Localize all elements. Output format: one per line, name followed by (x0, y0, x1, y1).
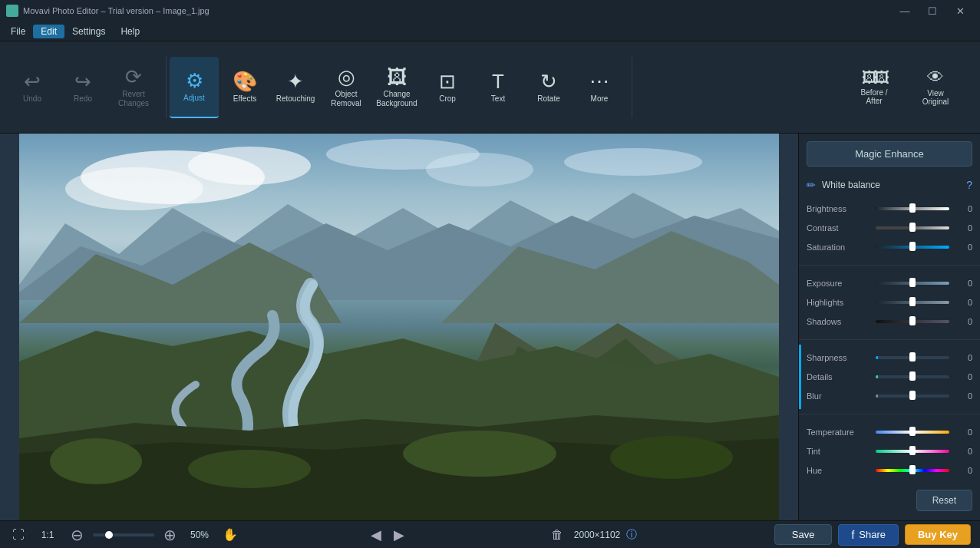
fit-to-screen-button[interactable]: ⛶ (9, 527, 28, 543)
prev-image-button[interactable]: ◀ (366, 525, 386, 545)
hue-label: Hue (807, 466, 876, 475)
close-button[interactable]: ✕ (946, 0, 974, 21)
more-label: More (591, 94, 609, 104)
shadows-value: 0 (954, 317, 972, 326)
effects-icon: 🎨 (233, 71, 257, 91)
window-controls: — ☐ ✕ (891, 0, 974, 21)
details-row: Details 0 (807, 368, 972, 386)
view-original-icon: 👁 (927, 69, 944, 86)
crop-button[interactable]: ⊡ Crop (423, 57, 472, 118)
white-balance-row: ✏ White balance ? (799, 174, 980, 196)
revert-icon: ⟳ (125, 67, 142, 87)
white-balance-help-button[interactable]: ? (966, 179, 972, 191)
contrast-slider[interactable] (876, 226, 949, 230)
zoom-in-button[interactable]: ⊕ (160, 524, 180, 546)
shadows-label: Shadows (807, 317, 876, 326)
hue-value: 0 (954, 466, 972, 475)
status-mid: ◀ ▶ (366, 525, 409, 545)
contrast-label: Contrast (807, 223, 876, 233)
svg-point-18 (403, 431, 556, 477)
facebook-icon: f (851, 529, 854, 541)
canvas-area[interactable] (0, 134, 798, 520)
share-button[interactable]: f Share (838, 524, 899, 546)
more-button[interactable]: ⋯ More (575, 57, 624, 118)
toolbar-history-group: ↩ Undo ↪ Redo ⟳ RevertChanges (8, 57, 167, 118)
zoom-out-button[interactable]: ⊖ (68, 524, 87, 546)
brightness-slider[interactable] (876, 206, 949, 211)
retouching-button[interactable]: ✦ Retouching (271, 57, 320, 118)
brightness-value: 0 (954, 204, 972, 213)
shadows-row: Shadows 0 (807, 312, 972, 331)
menu-file[interactable]: File (3, 25, 33, 38)
shadows-slider[interactable] (876, 319, 949, 324)
tint-label: Tint (807, 447, 876, 456)
effects-button[interactable]: 🎨 Effects (220, 57, 269, 118)
white-balance-icon: ✏ (807, 179, 816, 191)
highlights-label: Highlights (807, 298, 876, 307)
toolbar: ↩ Undo ↪ Redo ⟳ RevertChanges ⚙ Adjust 🎨… (0, 41, 980, 134)
brightness-label: Brightness (807, 204, 876, 213)
svg-point-5 (426, 153, 533, 187)
blur-value: 0 (954, 391, 972, 401)
maximize-button[interactable]: ☐ (919, 0, 946, 21)
before-after-label: Before /After (860, 88, 887, 105)
effects-label: Effects (233, 94, 256, 104)
adjust-label: Adjust (183, 94, 205, 103)
sharpness-row: Sharpness 0 (807, 348, 972, 367)
delete-image-button[interactable]: 🗑 (546, 527, 568, 543)
next-image-button[interactable]: ▶ (389, 525, 409, 545)
save-button[interactable]: Save (774, 524, 833, 545)
white-balance-label: White balance (822, 180, 960, 190)
text-button[interactable]: T Text (474, 57, 523, 118)
hue-slider[interactable] (876, 468, 949, 473)
photo-content (19, 134, 779, 520)
svg-point-16 (50, 438, 142, 484)
svg-point-6 (564, 148, 702, 176)
adjust-icon: ⚙ (186, 71, 203, 91)
blur-row: Blur 0 (807, 387, 972, 405)
magic-enhance-button[interactable]: Magic Enhance (807, 141, 972, 167)
menu-settings[interactable]: Settings (64, 25, 113, 38)
menu-help[interactable]: Help (113, 25, 147, 38)
sharpness-slider[interactable] (876, 355, 949, 360)
blur-slider[interactable] (876, 394, 949, 398)
change-bg-label: ChangeBackground (376, 90, 417, 108)
color-section: Temperature 0 Tint 0 Hue (799, 419, 980, 484)
revert-button[interactable]: ⟳ RevertChanges (109, 57, 158, 118)
exposure-slider[interactable] (876, 281, 949, 286)
view-original-button[interactable]: 👁 ViewOriginal (906, 57, 965, 118)
blur-label: Blur (807, 391, 876, 401)
tint-row: Tint 0 (807, 442, 972, 461)
photo-canvas (19, 134, 779, 520)
object-removal-label: ObjectRemoval (331, 90, 361, 108)
temperature-slider[interactable] (876, 430, 949, 434)
exposure-value: 0 (954, 279, 972, 288)
text-icon: T (492, 71, 504, 91)
menu-edit[interactable]: Edit (33, 25, 64, 38)
details-slider[interactable] (876, 375, 949, 379)
rotate-button[interactable]: ↻ Rotate (524, 57, 573, 118)
temperature-value: 0 (954, 428, 972, 437)
adjust-button[interactable]: ⚙ Adjust (170, 57, 219, 118)
sharpness-value: 0 (954, 353, 972, 362)
minimize-button[interactable]: — (891, 0, 919, 21)
redo-button[interactable]: ↪ Redo (58, 57, 107, 118)
highlights-slider[interactable] (876, 300, 949, 305)
menu-bar: File Edit Settings Help (0, 21, 980, 41)
reset-button[interactable]: Reset (916, 490, 972, 511)
zoom-slider[interactable] (93, 533, 154, 536)
change-background-button[interactable]: 🖼 ChangeBackground (372, 57, 421, 118)
undo-button[interactable]: ↩ Undo (8, 57, 57, 118)
before-after-button[interactable]: 🖼🖼 Before /After (845, 57, 903, 118)
temperature-row: Temperature 0 (807, 423, 972, 441)
object-removal-icon: ◎ (338, 67, 355, 87)
tint-slider[interactable] (876, 449, 949, 454)
pan-button[interactable]: ✋ (219, 526, 241, 543)
zoom-slider-thumb[interactable] (105, 531, 113, 539)
info-icon[interactable]: ⓘ (626, 528, 637, 542)
brightness-contrast-sat-section: Brightness 0 Contrast 0 (799, 196, 980, 260)
object-removal-button[interactable]: ◎ ObjectRemoval (322, 57, 371, 118)
saturation-slider[interactable] (876, 245, 949, 249)
view-original-label: ViewOriginal (922, 89, 949, 106)
buy-key-button[interactable]: Buy Key (905, 524, 971, 545)
